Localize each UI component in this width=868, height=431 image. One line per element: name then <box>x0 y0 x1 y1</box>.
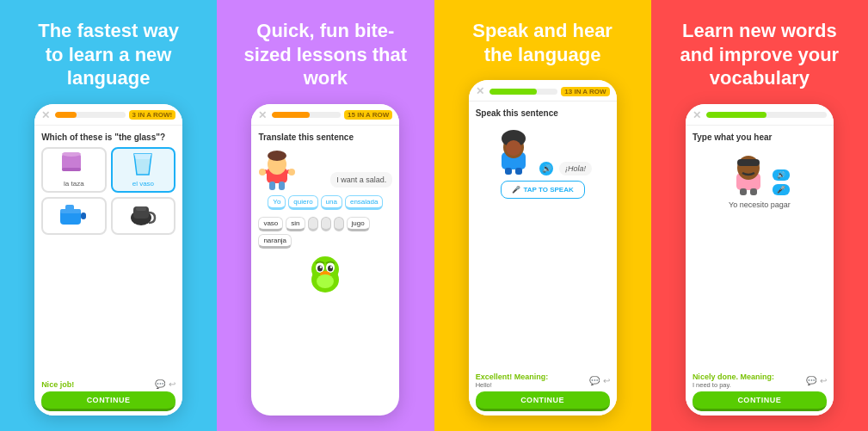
phone-question-1: Which of these is "the glass"? <box>41 132 175 142</box>
close-icon-2: ✕ <box>258 109 267 121</box>
tile-yo[interactable]: Yo <box>268 195 286 210</box>
phone-question-2: Translate this sentence <box>258 132 392 142</box>
feedback-label-4: Nicely done. Meaning: <box>693 373 774 381</box>
continue-button-1[interactable]: CONTINUE <box>41 391 175 411</box>
feedback-icons-3: 💬 ↩ <box>589 376 610 385</box>
mic-icon-3: 🎤 <box>512 186 520 194</box>
feedback-icons-4: 💬 ↩ <box>806 376 827 385</box>
bank-gray-1 <box>308 217 318 231</box>
feedback-label-1: Nice job! <box>41 380 74 389</box>
progress-track-4 <box>706 112 827 118</box>
sound-icon-3[interactable]: 🔊 <box>539 162 553 175</box>
phone-mockup-3: ✕ 13 IN A ROW Speak this sentence <box>469 80 617 416</box>
close-icon-4: ✕ <box>693 109 701 121</box>
phone-top-bar-2: ✕ 15 IN A ROW <box>251 104 399 126</box>
tile-ensalada[interactable]: ensalada <box>345 195 383 210</box>
tile-quiero[interactable]: quiero <box>288 195 317 210</box>
panel-vocabulary: Learn new words and improve your vocabul… <box>651 0 868 431</box>
streak-badge-1: 3 IN A ROW! <box>129 110 176 120</box>
close-icon-3: ✕ <box>476 85 484 97</box>
feedback-sub-4: I need to pay. <box>693 381 774 389</box>
audio-controls-4: 🔊 🎤 <box>773 169 790 195</box>
svg-rect-41 <box>750 188 757 195</box>
phone-mockup-4: ✕ Type what you hear <box>686 104 834 416</box>
svg-point-18 <box>288 169 295 175</box>
phone-content-2: Translate this sentence <box>251 126 399 416</box>
bank-vaso[interactable]: vaso <box>258 217 283 231</box>
phone-top-bar-4: ✕ <box>686 104 834 126</box>
svg-rect-39 <box>737 159 760 166</box>
continue-button-4[interactable]: CONTINUE <box>693 391 827 411</box>
bank-jugo[interactable]: jugo <box>347 217 370 231</box>
phone-mockup-1: ✕ 3 IN A ROW! Which of these is "the gla… <box>34 104 182 416</box>
audio-btn-2-4[interactable]: 🎤 <box>773 184 790 195</box>
phone-question-3: Speak this sentence <box>476 108 610 118</box>
panel-1-heading: The fastest way to learn a new language <box>27 19 190 90</box>
svg-point-14 <box>268 151 286 161</box>
panel-bite-sized: Quick, fun bite-sized lessons that work … <box>217 0 434 431</box>
progress-track-3 <box>489 89 558 95</box>
svg-point-27 <box>320 266 322 268</box>
character-row-3: 🔊 ¡Hola! <box>476 128 610 175</box>
panel-3-heading: Speak and hear the language <box>461 19 625 66</box>
character-svg-2 <box>258 147 296 192</box>
phone-top-bar-1: ✕ 3 IN A ROW! <box>34 104 182 126</box>
svg-rect-1 <box>62 168 81 171</box>
tap-label-3: TAP TO SPEAK <box>524 186 574 194</box>
duo-mascot <box>304 252 347 295</box>
tile-una[interactable]: una <box>321 195 342 210</box>
bank-naranja[interactable]: naranja <box>258 234 292 249</box>
phone-mockup-2: ✕ 15 IN A ROW Translate this sentence <box>251 104 399 416</box>
panel-4-heading: Learn new words and improve your vocabul… <box>678 19 841 90</box>
progress-fill-1 <box>55 112 76 118</box>
progress-track-2 <box>272 112 341 118</box>
svg-point-30 <box>317 274 334 288</box>
choice-glass[interactable]: el vaso <box>111 147 176 193</box>
svg-rect-8 <box>81 212 86 219</box>
tap-to-speak-btn[interactable]: 🎤 TAP TO SPEAK <box>501 181 585 199</box>
feedback-icons-1: 💬 ↩ <box>155 379 175 389</box>
replay-icon-1: ↩ <box>169 379 175 389</box>
phone-bottom-4: Nicely done. Meaning: I need to pay. 💬 ↩… <box>686 368 834 416</box>
svg-rect-19 <box>269 182 275 190</box>
svg-marker-4 <box>134 154 151 159</box>
phone-bottom-3: Excellent! Meaning: Hello! 💬 ↩ CONTINUE <box>469 368 617 416</box>
answer-text-4: Yo necesito pagar <box>729 200 791 209</box>
answer-tiles-2: Yo quiero una ensalada <box>268 195 383 210</box>
replay-icon-3: ↩ <box>603 376 610 385</box>
feedback-sub-3: Hello! <box>476 381 549 389</box>
continue-button-3[interactable]: CONTINUE <box>476 391 610 411</box>
feedback-row-1: Nice job! 💬 ↩ <box>41 379 175 389</box>
streak-badge-3: 13 IN A ROW <box>561 87 609 96</box>
choice-coffee[interactable] <box>111 197 176 235</box>
progress-fill-4 <box>706 112 766 118</box>
close-icon-1: ✕ <box>41 109 50 121</box>
phone-top-bar-3: ✕ 13 IN A ROW <box>469 80 617 102</box>
comment-icon-4: 💬 <box>806 376 816 385</box>
character-row-2: I want a salad. <box>258 147 392 192</box>
progress-track-1 <box>55 112 125 118</box>
audio-btn-1-4[interactable]: 🔊 <box>773 169 790 181</box>
choice-jug[interactable] <box>41 197 107 235</box>
duo-svg <box>304 252 347 295</box>
sound-row-3: 🔊 ¡Hola! <box>539 162 592 175</box>
sound-group-3: 🔊 ¡Hola! <box>539 162 592 175</box>
svg-rect-36 <box>515 168 522 175</box>
feedback-group-3: Excellent! Meaning: Hello! <box>476 373 549 389</box>
phone-content-4: Type what you hear 🔊 <box>686 126 834 369</box>
panel-speak-hear: Speak and hear the language ✕ 13 IN A RO… <box>434 0 651 431</box>
replay-icon-4: ↩ <box>820 376 827 385</box>
svg-point-34 <box>506 140 521 156</box>
svg-point-28 <box>330 266 332 268</box>
svg-point-26 <box>328 265 333 271</box>
comment-icon-1: 💬 <box>155 379 165 389</box>
bank-gray-3 <box>334 217 344 231</box>
choices-grid-1: la taza el vaso <box>41 147 175 235</box>
bank-sin[interactable]: sin <box>286 217 305 231</box>
phone-content-3: Speak this sentence <box>469 102 617 368</box>
choice-cup[interactable]: la taza <box>41 147 107 193</box>
svg-rect-40 <box>740 188 747 195</box>
feedback-group-4: Nicely done. Meaning: I need to pay. <box>693 373 774 389</box>
feedback-row-3: Excellent! Meaning: Hello! 💬 ↩ <box>476 373 610 389</box>
panel-fastest-way: The fastest way to learn a new language … <box>0 0 217 431</box>
